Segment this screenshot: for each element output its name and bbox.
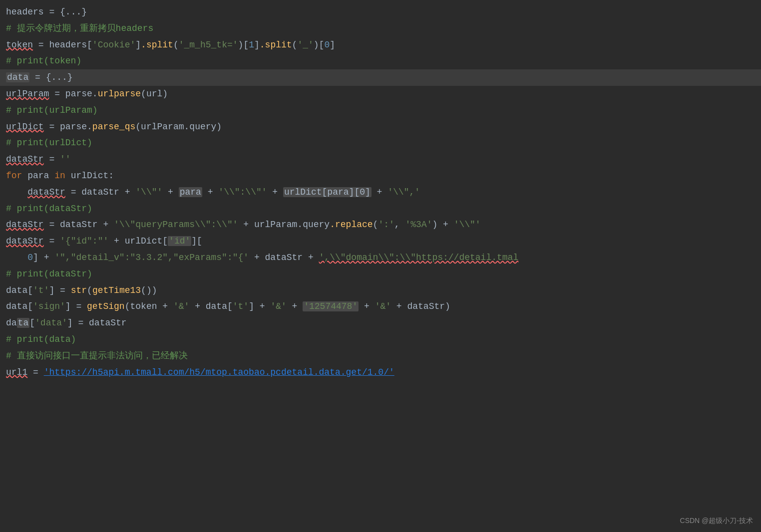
code-block: headers = {...} # 提示令牌过期，重新拷贝headers tok… (0, 0, 761, 384)
code-line-17: # print(dataStr) (0, 266, 761, 282)
code-line-22: # 直接访问接口一直提示非法访问，已经解决 (0, 348, 761, 364)
code-line-6: urlParam = parse.urlparse(url) (0, 86, 761, 102)
code-line-13: # print(dataStr) (0, 201, 761, 217)
code-line-2: # 提示令牌过期，重新拷贝headers (0, 20, 761, 37)
token-var: headers (6, 7, 44, 17)
code-line-16: 0] + '","detail_v":"3.3.2","exParams":"{… (0, 250, 761, 266)
watermark: CSDN @超级小刀-技术 (680, 515, 753, 526)
code-line-19: data['sign'] = getSign(token + '&' + dat… (0, 298, 761, 315)
code-line-1: headers = {...} (0, 4, 761, 20)
code-line-12: dataStr = dataStr + '\\"' + para + '\\":… (0, 184, 761, 201)
code-line-21: # print(data) (0, 331, 761, 348)
code-line-4: # print(token) (0, 53, 761, 69)
code-line-15: dataStr = '{"id":"' + urlDict['id'][ (0, 233, 761, 250)
code-line-14: dataStr = dataStr + '\\"queryParams\\":\… (0, 217, 761, 233)
code-line-9: # print(urlDict) (0, 135, 761, 151)
code-line-10: dataStr = '' (0, 151, 761, 168)
code-line-3: token = headers['Cookie'].split('_m_h5_t… (0, 37, 761, 53)
code-line-7: # print(urlParam) (0, 102, 761, 119)
code-line-20: data['data'] = dataStr (0, 315, 761, 331)
code-line-18: data['t'] = str(getTime13()) (0, 282, 761, 299)
code-line-11: for para in urlDict: (0, 168, 761, 184)
code-line-5: data = {...} (0, 69, 761, 86)
code-line-23: url1 = 'https://h5api.m.tmall.com/h5/mto… (0, 364, 761, 381)
code-line-8: urlDict = parse.parse_qs(urlParam.query) (0, 119, 761, 135)
